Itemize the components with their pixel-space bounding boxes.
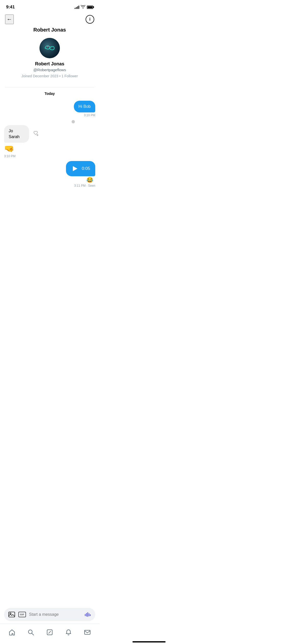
received-row: Jo Sarah xyxy=(4,125,40,143)
reaction-emoji: 😂 xyxy=(86,177,93,183)
received-message-time: 3:10 PM xyxy=(4,154,16,158)
back-button[interactable]: ← xyxy=(5,14,14,24)
signal-icon xyxy=(75,5,79,9)
profile-handle: @Robertpageflows xyxy=(5,68,94,72)
avatar xyxy=(39,38,60,58)
play-button[interactable] xyxy=(71,165,79,173)
profile-meta: Joined December 2023 • 1 Follower xyxy=(5,74,94,78)
seen-text: 3:11 PM · Seen xyxy=(74,184,95,187)
received-bubble-text: Jo Sarah xyxy=(9,129,20,139)
heart-plus-icon[interactable] xyxy=(33,130,39,138)
status-icons xyxy=(75,5,93,9)
status-bar: 9:41 xyxy=(0,0,99,13)
messages-area: Today Hi Bob 3:10 PM Jo Sarah xyxy=(0,92,99,187)
sent-message-block: Hi Bob 3:10 PM xyxy=(4,101,95,117)
profile-header: Robert Jonas Robert Jon xyxy=(0,26,99,83)
received-message-block: Jo Sarah 🤜 3:10 PM xyxy=(4,120,95,158)
nav-bar: ← i xyxy=(0,13,99,26)
sent-bubble-text: Hi Bob xyxy=(78,104,91,109)
profile-display-name: Robert Jonas xyxy=(5,61,94,67)
voice-bubble: 0:05 xyxy=(66,161,95,176)
date-label: Today xyxy=(4,92,95,96)
typing-indicator-area xyxy=(4,120,95,124)
wifi-icon xyxy=(81,5,85,9)
typing-dot xyxy=(72,120,75,123)
battery-icon xyxy=(87,6,93,9)
divider xyxy=(5,87,94,87)
received-bubble: Jo Sarah xyxy=(4,125,29,143)
profile-name-header: Robert Jonas xyxy=(5,27,94,33)
seen-row: 3:11 PM · Seen xyxy=(74,184,95,187)
info-button[interactable]: i xyxy=(86,15,94,24)
status-time: 9:41 xyxy=(6,5,15,10)
received-emoji-sticker: 🤜 xyxy=(4,144,14,153)
sent-bubble: Hi Bob xyxy=(74,101,95,112)
info-icon: i xyxy=(89,17,90,22)
sent-message-time: 3:10 PM xyxy=(84,113,95,117)
play-triangle-icon xyxy=(73,166,77,171)
voice-duration: 0:05 xyxy=(82,166,90,171)
sent-voice-block: 0:05 😂 3:11 PM · Seen xyxy=(4,161,95,187)
